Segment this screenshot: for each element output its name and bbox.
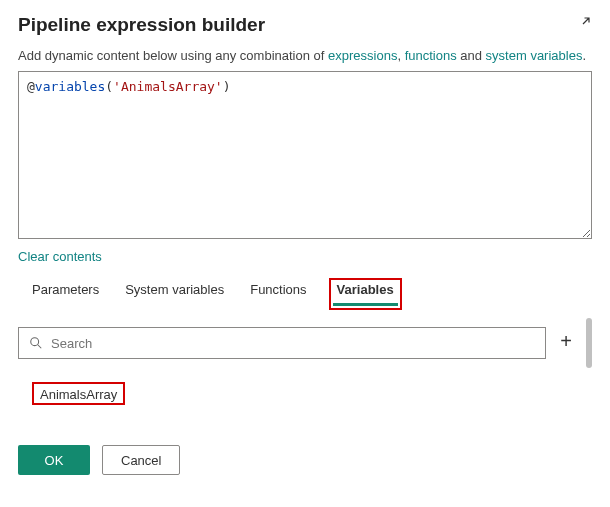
functions-link[interactable]: functions (405, 48, 457, 63)
subtitle: Add dynamic content below using any comb… (18, 48, 592, 63)
exp-fn: variables (35, 79, 105, 94)
tab-system-variables[interactable]: System variables (125, 282, 224, 306)
cancel-button[interactable]: Cancel (102, 445, 180, 475)
subtitle-prefix: Add dynamic content below using any comb… (18, 48, 328, 63)
variable-item-animalsarray[interactable]: AnimalsArray (32, 382, 125, 405)
svg-point-0 (31, 338, 39, 346)
scrollbar[interactable] (586, 318, 592, 368)
search-input-wrap[interactable] (18, 327, 546, 359)
plus-icon: + (560, 330, 572, 352)
exp-at: @ (27, 79, 35, 94)
exp-arg: AnimalsArray (121, 79, 215, 94)
search-icon (29, 336, 43, 350)
add-button[interactable]: + (554, 331, 578, 355)
expand-icon[interactable] (574, 15, 592, 36)
svg-line-1 (38, 345, 42, 349)
tab-parameters[interactable]: Parameters (32, 282, 99, 306)
search-input[interactable] (51, 336, 535, 351)
ok-button[interactable]: OK (18, 445, 90, 475)
tabs: Parameters System variables Functions Va… (18, 282, 592, 306)
expression-editor[interactable]: @variables('AnimalsArray') (18, 71, 592, 239)
page-title: Pipeline expression builder (18, 14, 265, 36)
tab-variables[interactable]: Variables (333, 282, 398, 306)
expressions-link[interactable]: expressions (328, 48, 397, 63)
tab-functions[interactable]: Functions (250, 282, 306, 306)
system-variables-link[interactable]: system variables (486, 48, 583, 63)
clear-contents-link[interactable]: Clear contents (18, 249, 102, 264)
